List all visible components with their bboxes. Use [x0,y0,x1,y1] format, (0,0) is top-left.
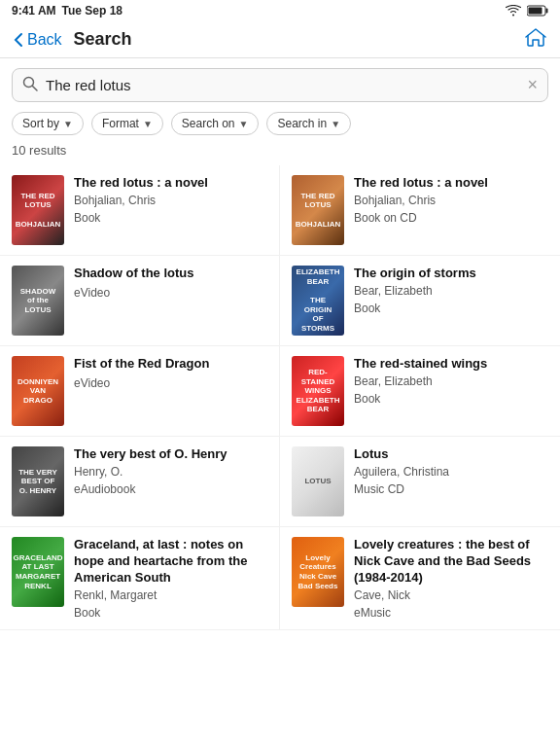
sort-by-filter[interactable]: Sort by ▼ [12,112,84,135]
item-author: Aguilera, Christina [354,465,548,479]
item-info: The very best of O. Henry Henry, O. eAud… [74,446,267,496]
book-cover: ELIZABETH BEARTHEORIGINOFSTORMS [292,266,344,336]
list-item[interactable]: THE REDLOTUSBOHJALIAN The red lotus : a … [0,165,280,256]
book-cover: GRACELANDAT LASTMARGARETRENKL [12,537,64,607]
item-author: Henry, O. [74,465,267,479]
cover-text: ELIZABETH BEARTHEORIGINOFSTORMS [292,266,344,336]
item-format: eMusic [354,606,548,620]
book-cover: RED-STAINEDWINGSELIZABETHBEAR [292,356,344,426]
results-count: 10 results [0,143,560,165]
item-format: Book [74,211,267,225]
svg-line-4 [33,86,38,90]
search-bar[interactable]: × [12,68,548,102]
item-title: The red-stained wings [354,356,548,373]
list-item[interactable]: LOTUS Lotus Aguilera, Christina Music CD [280,437,560,527]
item-format: eAudiobook [74,482,267,496]
search-on-filter[interactable]: Search on ▼ [171,112,260,135]
list-item[interactable]: GRACELANDAT LASTMARGARETRENKL Graceland,… [0,527,280,630]
item-format: Book on CD [354,211,548,225]
status-left: 9:41 AM Tue Sep 18 [12,4,122,18]
cover-text: THE REDLOTUSBOHJALIAN [12,188,64,232]
list-item[interactable]: SHADOWof theLOTUS Shadow of the lotus eV… [0,256,280,346]
item-author: Bohjalian, Chris [354,194,548,207]
sort-by-chevron-icon: ▼ [63,119,73,129]
results-grid: THE REDLOTUSBOHJALIAN The red lotus : a … [0,165,560,630]
item-format: Book [354,392,548,406]
item-format: eVideo [74,376,267,390]
cover-text: LOTUS [300,473,334,490]
book-cover: THE VERYBEST OFO. HENRY [12,446,64,516]
list-item[interactable]: THE VERYBEST OFO. HENRY The very best of… [0,437,280,527]
item-info: Shadow of the lotus eVideo [74,266,267,300]
date: Tue Sep 18 [62,4,122,18]
book-cover: THE REDLOTUSBOHJALIAN [12,175,64,245]
item-author: Bohjalian, Chris [74,194,267,207]
list-item[interactable]: ELIZABETH BEARTHEORIGINOFSTORMS The orig… [280,256,560,346]
cover-text: RED-STAINEDWINGSELIZABETHBEAR [293,364,344,418]
search-in-chevron-icon: ▼ [331,119,340,129]
item-title: The red lotus : a novel [74,175,267,192]
item-format: Book [74,606,267,620]
search-in-label: Search in [277,117,327,130]
cover-text: THE REDLOTUSBOHJALIAN [292,188,344,232]
battery-icon [527,5,548,17]
item-title: The very best of O. Henry [74,446,267,463]
search-magnifier-icon [22,76,38,91]
cover-text: SHADOWof theLOTUS [17,283,59,319]
format-filter[interactable]: Format ▼ [91,112,163,135]
back-chevron-icon [14,32,23,48]
back-label: Back [27,31,62,49]
list-item[interactable]: LovelyCreaturesNick CaveBad Seeds Lovely… [280,527,560,630]
item-title: Lotus [354,446,548,463]
cover-text: GRACELANDAT LASTMARGARETRENKL [12,550,64,594]
search-on-chevron-icon: ▼ [239,119,249,129]
item-title: Graceland, at last : notes on hope and h… [74,537,267,587]
clear-button[interactable]: × [527,75,538,95]
status-right [506,5,548,17]
list-item[interactable]: DONNIYENVANDRAGO Fist of the Red Dragon … [0,346,280,437]
book-cover: SHADOWof theLOTUS [12,266,64,336]
format-chevron-icon: ▼ [143,119,153,129]
item-title: Shadow of the lotus [74,266,267,282]
header-title: Search [74,29,525,50]
item-info: Graceland, at last : notes on hope and h… [74,537,267,620]
item-title: Lovely creatures : the best of Nick Cave… [354,537,548,587]
app-header: Back Search [0,21,560,58]
cover-text: THE VERYBEST OFO. HENRY [15,464,61,500]
item-info: The red-stained wings Bear, Elizabeth Bo… [354,356,548,406]
home-icon [525,27,546,47]
sort-by-label: Sort by [22,117,59,130]
item-author: Cave, Nick [354,588,548,602]
search-input[interactable] [46,77,527,93]
format-label: Format [102,117,139,130]
book-cover: DONNIYENVANDRAGO [12,356,64,426]
item-format: Book [354,302,548,315]
item-author: Bear, Elizabeth [354,374,548,388]
cover-text: LovelyCreaturesNick CaveBad Seeds [295,550,342,594]
item-info: Lovely creatures : the best of Nick Cave… [354,537,548,620]
item-author: Renkl, Margaret [74,588,267,602]
book-cover: LovelyCreaturesNick CaveBad Seeds [292,537,344,607]
item-title: Fist of the Red Dragon [74,356,267,373]
book-cover: THE REDLOTUSBOHJALIAN [292,175,344,245]
item-format: eVideo [74,286,267,300]
item-info: Lotus Aguilera, Christina Music CD [354,446,548,496]
home-button[interactable] [525,27,546,52]
item-info: The origin of storms Bear, Elizabeth Boo… [354,266,548,315]
item-info: The red lotus : a novel Bohjalian, Chris… [354,175,548,225]
list-item[interactable]: RED-STAINEDWINGSELIZABETHBEAR The red-st… [280,346,560,437]
item-info: The red lotus : a novel Bohjalian, Chris… [74,175,267,225]
wifi-icon [506,5,521,17]
search-icon [22,76,38,95]
item-format: Music CD [354,482,548,496]
search-on-label: Search on [182,117,235,130]
status-bar: 9:41 AM Tue Sep 18 [0,0,560,21]
item-info: Fist of the Red Dragon eVideo [74,356,267,390]
cover-text: DONNIYENVANDRAGO [14,374,62,409]
search-in-filter[interactable]: Search in ▼ [266,112,351,135]
back-button[interactable]: Back [14,31,62,49]
time: 9:41 AM [12,4,56,18]
svg-rect-1 [546,9,548,14]
svg-rect-2 [529,8,542,15]
list-item[interactable]: THE REDLOTUSBOHJALIAN The red lotus : a … [280,165,560,256]
